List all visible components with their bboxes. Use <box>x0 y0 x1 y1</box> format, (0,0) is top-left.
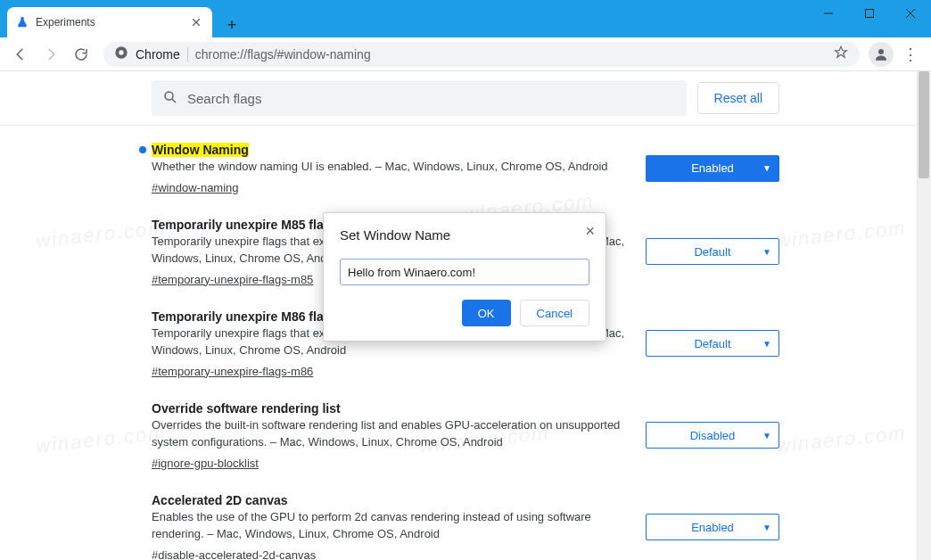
flag-title: Override software rendering list <box>152 401 341 416</box>
chevron-down-icon: ▼ <box>762 523 771 532</box>
window-titlebar <box>0 0 931 7</box>
window-maximize-button[interactable] <box>849 0 890 27</box>
svg-point-8 <box>878 49 884 54</box>
browser-toolbar: Chrome chrome://flags/#window-naming ⋮ <box>0 37 931 71</box>
flag-anchor-link[interactable]: #ignore-gpu-blocklist <box>152 457 259 470</box>
flag-description: Whether the window naming UI is enabled.… <box>152 158 631 176</box>
reload-button[interactable] <box>68 41 95 68</box>
back-button[interactable] <box>7 41 34 68</box>
set-window-name-dialog: Set Window Name × OK Cancel <box>323 212 606 342</box>
flag-state-dropdown[interactable]: Enabled▼ <box>646 155 779 182</box>
flag-select-wrap: Default▼ <box>646 330 779 357</box>
flag-state-dropdown[interactable]: Enabled▼ <box>646 514 779 540</box>
dropdown-value: Enabled <box>691 521 734 534</box>
flag-text: Accelerated 2D canvasEnables the use of … <box>152 492 646 561</box>
window-close-button[interactable] <box>890 0 931 27</box>
flag-row: Override software rendering listOverride… <box>152 400 779 492</box>
tab-strip: Experiments + <box>0 7 931 37</box>
chevron-down-icon: ▼ <box>762 163 771 173</box>
flag-anchor-link[interactable]: #temporary-unexpire-flags-m86 <box>152 365 313 378</box>
flag-state-dropdown[interactable]: Default▼ <box>646 330 779 357</box>
omnibox-scheme-label: Chrome <box>136 47 180 62</box>
svg-line-10 <box>172 99 176 103</box>
dialog-actions: OK Cancel <box>340 300 589 326</box>
flag-anchor-link[interactable]: #temporary-unexpire-flags-m85 <box>152 273 313 286</box>
chevron-down-icon: ▼ <box>762 431 771 441</box>
flag-select-wrap: Enabled▼ <box>646 514 779 540</box>
flag-title: Temporarily unexpire M86 flags. <box>152 309 342 324</box>
window-minimize-button[interactable] <box>808 0 849 27</box>
search-flags-input[interactable]: Search flags <box>152 80 687 116</box>
kebab-menu-icon[interactable]: ⋮ <box>897 41 924 68</box>
scrollbar-thumb[interactable] <box>919 71 929 178</box>
flags-list: Window NamingWhether the window naming U… <box>0 126 931 560</box>
search-icon <box>162 89 178 108</box>
flag-state-dropdown[interactable]: Default▼ <box>646 238 779 265</box>
tab-close-button[interactable] <box>189 15 203 29</box>
flag-text: Window NamingWhether the window naming U… <box>152 142 646 195</box>
dialog-title: Set Window Name <box>340 227 589 243</box>
profile-avatar[interactable] <box>869 42 894 67</box>
dropdown-value: Default <box>694 245 730 259</box>
window-controls <box>808 0 931 27</box>
flag-select-wrap: Disabled▼ <box>646 422 779 449</box>
modified-dot-icon <box>139 146 146 153</box>
address-bar[interactable]: Chrome chrome://flags/#window-naming <box>103 42 860 67</box>
svg-point-7 <box>119 50 123 54</box>
reset-all-button[interactable]: Reset all <box>697 82 779 114</box>
flag-description: Enables the use of the GPU to perform 2d… <box>152 508 631 543</box>
flag-row: Window NamingWhether the window naming U… <box>152 142 779 217</box>
dropdown-value: Disabled <box>690 429 736 442</box>
scrollbar-track[interactable] <box>917 71 931 560</box>
flag-row: Accelerated 2D canvasEnables the use of … <box>152 492 779 561</box>
flag-title: Accelerated 2D canvas <box>152 493 288 507</box>
browser-tab[interactable]: Experiments <box>7 7 212 37</box>
omnibox-separator <box>187 47 188 62</box>
dropdown-value: Default <box>694 337 730 350</box>
flags-header: Search flags Reset all <box>0 71 931 126</box>
flag-state-dropdown[interactable]: Disabled▼ <box>646 422 779 449</box>
flag-select-wrap: Default▼ <box>646 238 779 265</box>
dropdown-value: Enabled <box>691 161 734 175</box>
chrome-icon <box>114 45 128 62</box>
cancel-button[interactable]: Cancel <box>520 300 589 326</box>
new-tab-button[interactable]: + <box>219 12 244 37</box>
flag-title: Temporarily unexpire M85 flags. <box>152 218 342 232</box>
flask-icon <box>16 16 29 29</box>
flag-description: Overrides the built-in software renderin… <box>152 416 631 451</box>
flag-text: Override software rendering listOverride… <box>152 400 646 471</box>
chevron-down-icon: ▼ <box>762 339 771 349</box>
omnibox-url: chrome://flags/#window-naming <box>195 47 371 62</box>
flag-title: Window Naming <box>152 143 249 157</box>
flag-anchor-link[interactable]: #window-naming <box>152 181 239 194</box>
svg-rect-1 <box>866 10 874 18</box>
flag-anchor-link[interactable]: #disable-accelerated-2d-canvas <box>152 548 316 561</box>
ok-button[interactable]: OK <box>462 300 511 326</box>
chevron-down-icon: ▼ <box>762 247 771 257</box>
flag-select-wrap: Enabled▼ <box>646 155 779 182</box>
window-name-input[interactable] <box>340 259 589 285</box>
dialog-close-button[interactable]: × <box>585 222 595 241</box>
bookmark-star-icon[interactable] <box>833 45 849 63</box>
tab-title: Experiments <box>36 16 95 29</box>
forward-button[interactable] <box>37 41 64 68</box>
search-placeholder: Search flags <box>187 91 261 106</box>
svg-point-9 <box>165 92 173 100</box>
